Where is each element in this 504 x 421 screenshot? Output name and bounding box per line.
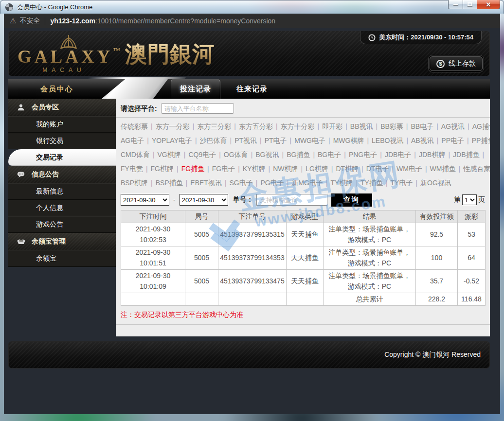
platform-link[interactable]: LEBO视讯 <box>372 137 403 144</box>
platform-link[interactable]: FG捕鱼 <box>181 165 204 173</box>
table-cell <box>185 293 218 306</box>
sidebar-item-交易记录-active[interactable]: 交易记录 <box>8 149 116 166</box>
platform-search-input[interactable] <box>161 103 234 114</box>
platform-link[interactable]: FY电竞 <box>121 165 143 173</box>
minimize-button[interactable] <box>448 0 463 9</box>
platform-link[interactable]: TY棋牌 <box>330 179 353 187</box>
sidebar-title: 会员中心 <box>40 85 73 94</box>
tab-bet-records[interactable]: 投注记录 <box>171 79 220 99</box>
platform-link[interactable]: PNG电子 <box>349 151 377 158</box>
platform-separator: | <box>251 151 253 158</box>
platform-link[interactable]: PP电子 <box>441 137 464 144</box>
sidebar-item-会员专区[interactable]: 会员专区 <box>8 99 116 116</box>
platform-link[interactable]: TY电子 <box>391 179 413 187</box>
platform-separator: | <box>313 151 315 158</box>
platform-link[interactable]: PT电子 <box>265 137 287 144</box>
platform-link[interactable]: 东方一分彩 <box>156 123 190 130</box>
platform-link[interactable]: KY棋牌 <box>243 165 266 173</box>
platform-link[interactable]: AB视讯 <box>411 137 434 144</box>
platform-link[interactable]: AG电子 <box>121 137 144 144</box>
platform-link[interactable]: WM电子 <box>396 165 422 173</box>
content-panel: 请选择平台: 传统彩票|东方一分彩|东方三分彩|东方五分彩|东方十分彩|即开彩|… <box>116 99 490 336</box>
platform-link[interactable]: VG棋牌 <box>158 151 181 158</box>
platform-link[interactable]: YOPLAY电子 <box>152 137 192 144</box>
platform-link[interactable]: FG棋牌 <box>151 165 174 173</box>
sidebar-item-游戏公告[interactable]: 游戏公告 <box>8 216 116 233</box>
platform-link[interactable]: 东方五分彩 <box>239 123 273 130</box>
table-cell: 45139373799133475 <box>218 270 287 293</box>
page-select[interactable]: 1 <box>462 194 477 205</box>
tab-transfer-records[interactable]: 往来记录 <box>227 79 277 99</box>
platform-link[interactable]: 沙巴体育 <box>200 137 227 144</box>
sidebar-item-label: 最新信息 <box>36 187 63 196</box>
platform-link[interactable]: JDB捕鱼 <box>453 151 479 158</box>
sidebar-item-信息公告[interactable]: 信息公告 <box>8 166 116 183</box>
clock-icon <box>368 34 376 41</box>
platform-link[interactable]: DT棋牌 <box>336 165 359 173</box>
platform-link[interactable]: BG视讯 <box>255 151 279 158</box>
sidebar-item-最新信息[interactable]: 最新信息 <box>8 183 116 200</box>
platform-link[interactable]: 新MG电子 <box>291 179 323 187</box>
platform-separator: | <box>225 179 227 187</box>
platform-link[interactable]: 东方三分彩 <box>197 123 231 130</box>
platform-link[interactable]: CMD体育 <box>121 151 150 158</box>
platform-link[interactable]: OG体育 <box>224 151 248 158</box>
platform-link[interactable]: LG棋牌 <box>306 165 328 173</box>
platform-link[interactable]: 东方十分彩 <box>281 123 315 130</box>
platform-link[interactable]: PG电子 <box>260 179 284 187</box>
platform-link[interactable]: AG捕鱼 <box>472 123 490 130</box>
platform-link[interactable]: FG电子 <box>212 165 235 173</box>
platform-link[interactable]: PP捕鱼 <box>472 137 490 144</box>
platform-link[interactable]: CQ9电子 <box>188 151 216 158</box>
sidebar-item-个人信息[interactable]: 个人信息 <box>8 200 116 216</box>
platform-link[interactable]: BSP捕鱼 <box>156 179 183 187</box>
date-range-dash: - <box>173 196 176 204</box>
platform-link[interactable]: PT视讯 <box>234 137 257 144</box>
search-button[interactable]: 查询 <box>331 193 372 207</box>
table-cell: 2021-09-30 10:01:51 <box>121 246 185 270</box>
platform-link[interactable]: WM捕鱼 <box>430 165 456 173</box>
platform-link[interactable]: SG电子 <box>230 179 253 187</box>
platform-link[interactable]: 传统彩票 <box>121 123 148 130</box>
platform-link[interactable]: JDB电子 <box>385 151 411 158</box>
platform-link[interactable]: BB视讯 <box>350 123 373 130</box>
table-cell: 5005 <box>185 246 218 270</box>
platform-list: 传统彩票|东方一分彩|东方三分彩|东方五分彩|东方十分彩|即开彩|BB视讯|BB… <box>116 118 490 190</box>
platform-link[interactable]: 性感百家乐 <box>463 165 490 173</box>
platform-link[interactable]: BG电子 <box>318 151 341 158</box>
table-cell: 天天捕鱼 <box>287 270 324 293</box>
window-titlebar[interactable]: 会员中心 - Google Chrome <box>0 0 504 14</box>
date-to-select[interactable]: 2021-09-30 <box>180 194 228 206</box>
platform-link[interactable]: BB电子 <box>411 123 434 130</box>
platform-link[interactable]: JDB棋牌 <box>419 151 445 158</box>
platform-link[interactable]: BB彩票 <box>380 123 403 130</box>
platform-link[interactable]: 新OG视讯 <box>420 179 451 187</box>
table-cell: 45139373799135315 <box>218 223 287 246</box>
platform-link[interactable]: BSP棋牌 <box>121 179 148 187</box>
order-no-input[interactable] <box>256 194 327 206</box>
maximize-button[interactable] <box>463 0 477 9</box>
platform-link[interactable]: AG视讯 <box>441 123 465 130</box>
sidebar-item-银行交易[interactable]: 银行交易 <box>8 133 116 149</box>
platform-link[interactable]: DT电子 <box>366 165 389 173</box>
sidebar-item-我的账户[interactable]: 我的账户 <box>8 116 116 133</box>
url-bar[interactable]: ⚠ 不安全 yh123-12.com :10010/member/memberC… <box>4 14 500 28</box>
galaxy-logo: GALAXYTM MACAU 澳門銀河 <box>18 34 215 73</box>
close-button[interactable]: ✕ <box>477 0 500 9</box>
platform-separator: | <box>153 151 155 158</box>
date-from-select[interactable]: 2021-09-30 <box>121 194 169 206</box>
platform-separator: | <box>230 137 232 144</box>
platform-separator: | <box>425 165 427 173</box>
table-cell <box>218 293 287 306</box>
platform-separator: | <box>146 165 148 173</box>
platform-link[interactable]: 即开彩 <box>322 123 342 130</box>
online-deposit-button[interactable]: $ 线上存款 <box>430 56 483 71</box>
sidebar-item-余额宝管理[interactable]: 余额宝管理 <box>8 233 116 250</box>
platform-link[interactable]: BG捕鱼 <box>287 151 310 158</box>
platform-link[interactable]: TY捕鱼 <box>360 179 383 187</box>
sidebar-item-余额宝[interactable]: 余额宝 <box>8 250 116 267</box>
platform-link[interactable]: NW棋牌 <box>273 165 298 173</box>
platform-link[interactable]: EBET视讯 <box>190 179 222 187</box>
platform-link[interactable]: MWG棋牌 <box>333 137 364 144</box>
platform-link[interactable]: MWG电子 <box>294 137 325 144</box>
